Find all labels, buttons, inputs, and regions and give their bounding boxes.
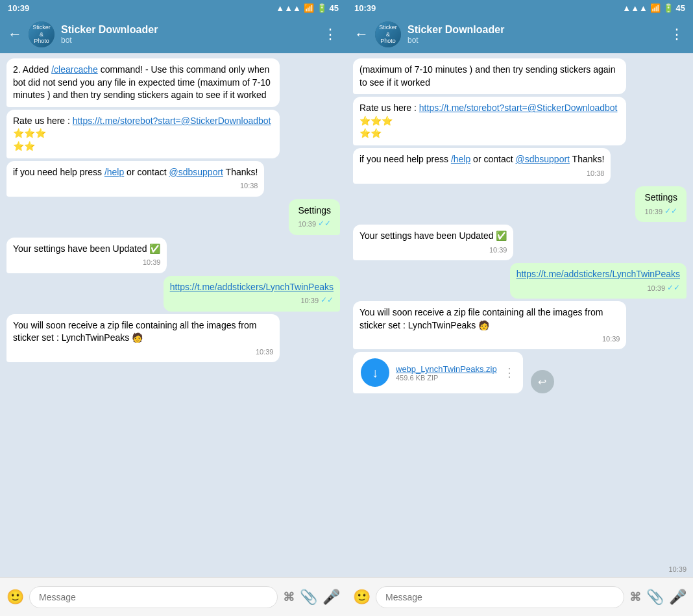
header-subtitle-left: bot xyxy=(61,36,317,45)
message-text-5: Your settings have been Updated ✅ xyxy=(13,243,160,254)
message-time-7: 10:39 xyxy=(13,346,273,357)
status-time-left: 10:39 xyxy=(8,3,29,13)
p2-message-time-4: 10:39 ✓✓ xyxy=(644,206,677,217)
wifi-icon-right: 📶 xyxy=(650,3,661,13)
cmd-icon-right[interactable]: ⌘ xyxy=(629,590,641,604)
panel-right: 10:39 ▲▲▲ 📶 🔋 45 ← Sticker&Photo Sticker… xyxy=(346,0,693,616)
p2-rate-link[interactable]: https://t.me/storebot?start=@StickerDown… xyxy=(419,103,618,113)
p2-message-text-7: You will soon receive a zip file contain… xyxy=(359,307,603,330)
status-icons-left: ▲▲▲ 📶 🔋 45 xyxy=(276,3,339,13)
message-4: Settings 10:39 ✓✓ xyxy=(289,199,340,235)
p2-message-time-3: 10:38 xyxy=(359,167,604,179)
addstickers-link-left[interactable]: https://t.me/addstickers/LynchTwinPeaks xyxy=(170,282,334,292)
cmd-icon-left[interactable]: ⌘ xyxy=(283,590,295,604)
message-5: Your settings have been Updated ✅ 10:39 xyxy=(6,238,167,273)
check-icon-4: ✓✓ xyxy=(318,218,331,229)
panel-left: 10:39 ▲▲▲ 📶 🔋 45 ← Sticker&Photo Sticker… xyxy=(0,0,346,616)
message-time-5: 10:39 xyxy=(13,256,160,267)
p2-message-6: https://t.me/addstickers/LynchTwinPeaks … xyxy=(510,263,687,299)
sticker-icon-right[interactable]: 🙂 xyxy=(353,589,371,606)
more-button-right[interactable]: ⋮ xyxy=(670,26,685,43)
p2-message-text-4: Settings xyxy=(644,192,677,203)
wifi-icon-left: 📶 xyxy=(304,3,314,13)
bottom-bar-right: 🙂 ⌘ 📎 🎤 xyxy=(346,577,693,616)
p2-message-3: if you need help press /help or contact … xyxy=(353,148,611,184)
avatar-right: Sticker&Photo xyxy=(375,21,401,47)
p2-message-text-3: if you need help press /help or contact … xyxy=(359,154,604,164)
back-button-right[interactable]: ← xyxy=(354,26,369,43)
message-text-7: You will soon receive a zip file contain… xyxy=(13,320,256,343)
p2-message-time-8: 10:39 xyxy=(668,564,687,573)
check-icon-6: ✓✓ xyxy=(321,295,334,306)
message-6: https://t.me/addstickers/LynchTwinPeaks … xyxy=(164,276,340,312)
battery-icon-left: 🔋 45 xyxy=(317,3,339,13)
p2-file-row: ↓ webp_LynchTwinPeaks.zip 459.6 KB ZIP ⋮… xyxy=(353,352,687,393)
status-time-right: 10:39 xyxy=(354,3,376,13)
file-name[interactable]: webp_LynchTwinPeaks.zip xyxy=(396,364,497,374)
message-text-3: if you need help press /help or contact … xyxy=(13,167,258,177)
chat-header-left: ← Sticker&Photo Sticker Downloader bot ⋮ xyxy=(0,16,346,53)
chat-header-right: ← Sticker&Photo Sticker Downloader bot ⋮ xyxy=(346,16,693,53)
chat-area-left: 2. Added /clearcache command! - Use this… xyxy=(0,53,346,577)
message-text-4: Settings xyxy=(298,205,331,216)
file-size: 459.6 KB ZIP xyxy=(396,374,497,382)
message-3: if you need help press /help or contact … xyxy=(6,161,264,197)
signal-icon-left: ▲▲▲ xyxy=(276,3,301,13)
header-title-left: Sticker Downloader xyxy=(61,24,317,36)
file-more-icon[interactable]: ⋮ xyxy=(504,365,515,380)
p2-message-5: Your settings have been Updated ✅ 10:39 xyxy=(353,225,513,260)
message-text-2: Rate us here : https://t.me/storebot?sta… xyxy=(13,116,271,151)
help-link[interactable]: /help xyxy=(104,167,124,177)
message-time-3: 10:38 xyxy=(13,180,258,191)
attach-icon-right[interactable]: 📎 xyxy=(646,589,664,606)
avatar-left: Sticker&Photo xyxy=(29,21,55,47)
header-info-right: Sticker Downloader bot xyxy=(407,24,663,45)
bottom-bar-left: 🙂 ⌘ 📎 🎤 xyxy=(0,577,346,616)
p2-addstickers-link[interactable]: https://t.me/addstickers/LynchTwinPeaks xyxy=(517,269,680,279)
sticker-icon-left[interactable]: 🙂 xyxy=(6,589,24,606)
status-bar-right: 10:39 ▲▲▲ 📶 🔋 45 xyxy=(346,0,693,16)
status-icons-right: ▲▲▲ 📶 🔋 45 xyxy=(622,3,685,13)
attach-icon-left[interactable]: 📎 xyxy=(300,589,317,606)
battery-icon-right: 🔋 45 xyxy=(663,3,685,13)
more-button-left[interactable]: ⋮ xyxy=(323,26,339,43)
message-1: 2. Added /clearcache command! - Use this… xyxy=(6,58,280,107)
file-info: webp_LynchTwinPeaks.zip 459.6 KB ZIP xyxy=(396,364,497,382)
signal-icon-right: ▲▲▲ xyxy=(622,3,648,13)
avatar-image-left: Sticker&Photo xyxy=(29,21,55,47)
p2-sdbsupport-link[interactable]: @sdbsupport xyxy=(516,154,570,164)
p2-message-4: Settings 10:39 ✓✓ xyxy=(635,186,687,222)
p2-message-text-1: (maximum of 7-10 minutes ) and then try … xyxy=(359,64,616,88)
p2-message-time-5: 10:39 xyxy=(359,244,507,255)
message-text-1: 2. Added /clearcache command! - Use this… xyxy=(13,64,271,100)
sdbsupport-link[interactable]: @sdbsupport xyxy=(169,167,223,177)
header-info-left: Sticker Downloader bot xyxy=(61,24,317,45)
p2-message-1: (maximum of 7-10 minutes ) and then try … xyxy=(353,58,626,94)
mic-icon-left[interactable]: 🎤 xyxy=(322,589,340,606)
p2-message-7: You will soon receive a zip file contain… xyxy=(353,301,626,350)
mic-icon-right[interactable]: 🎤 xyxy=(669,589,687,606)
message-2: Rate us here : https://t.me/storebot?sta… xyxy=(6,110,280,158)
forward-button[interactable]: ↩ xyxy=(531,370,554,393)
rate-link[interactable]: https://t.me/storebot?start=@StickerDown… xyxy=(73,116,271,126)
clearcache-link[interactable]: /clearcache xyxy=(51,64,98,75)
p2-message-time-7: 10:39 xyxy=(359,333,620,344)
p2-message-2: Rate us here : https://t.me/storebot?sta… xyxy=(353,97,626,145)
message-time-6: 10:39 ✓✓ xyxy=(170,295,334,306)
p2-help-link[interactable]: /help xyxy=(451,154,470,164)
status-bar-left: 10:39 ▲▲▲ 📶 🔋 45 xyxy=(0,0,346,16)
p2-check-icon-6: ✓✓ xyxy=(667,282,680,293)
download-icon[interactable]: ↓ xyxy=(361,358,389,387)
back-button-left[interactable]: ← xyxy=(8,26,22,43)
message-input-right[interactable] xyxy=(376,586,624,608)
p2-message-time-6: 10:39 ✓✓ xyxy=(517,282,680,293)
message-7: You will soon receive a zip file contain… xyxy=(6,314,280,363)
message-input-left[interactable] xyxy=(29,586,278,608)
p2-file-bubble: ↓ webp_LynchTwinPeaks.zip 459.6 KB ZIP ⋮… xyxy=(353,352,523,393)
message-time-4: 10:39 ✓✓ xyxy=(298,218,331,229)
p2-check-icon-4: ✓✓ xyxy=(664,206,677,217)
avatar-image-right: Sticker&Photo xyxy=(375,21,401,47)
chat-area-right: (maximum of 7-10 minutes ) and then try … xyxy=(346,53,693,577)
header-subtitle-right: bot xyxy=(407,36,663,45)
p2-message-text-5: Your settings have been Updated ✅ xyxy=(359,230,507,241)
